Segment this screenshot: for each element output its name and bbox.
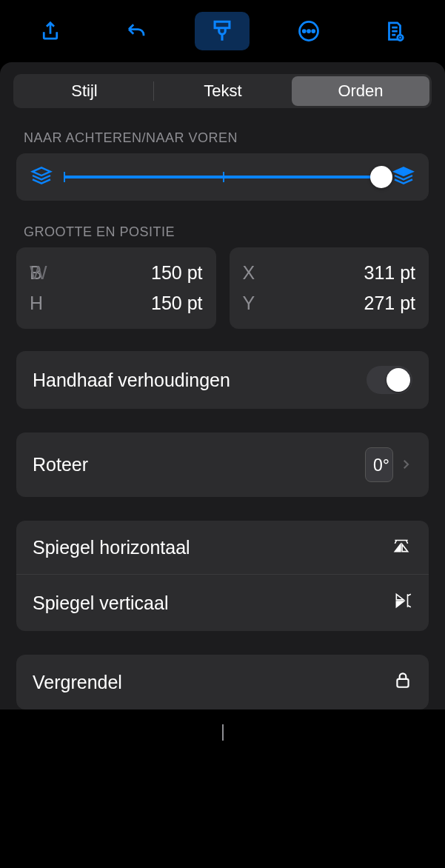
rotate-value-box[interactable]: 0° [365,447,393,482]
svg-point-5 [399,36,401,39]
top-toolbar [0,0,445,61]
flip-vertical-row[interactable]: Spiegel verticaal [16,574,429,631]
layers-front-icon [392,164,415,190]
constrain-switch[interactable] [367,366,412,394]
lock-icon [393,670,412,695]
constrain-row[interactable]: Handhaaf verhoudingen [16,351,429,409]
rotate-value: 0° [373,455,389,475]
flip-card: Spiegel horizontaal Spiegel verticaal [16,521,429,631]
format-tabs: Stijl Tekst Orden [13,74,432,108]
svg-point-3 [312,30,314,33]
svg-point-2 [307,30,310,33]
layer-slider[interactable] [64,176,381,178]
size-card[interactable]: BW 150 pt H 150 pt [16,247,216,329]
flip-horizontal-label: Spiegel horizontaal [33,537,190,558]
document-settings-button[interactable] [367,12,422,50]
x-label: X [243,262,255,284]
lock-row[interactable]: Vergrendel [16,655,429,710]
flip-vertical-label: Spiegel verticaal [33,592,168,614]
width-label: BW [30,262,42,284]
tab-arrange[interactable]: Orden [292,76,429,106]
height-value: 150 pt [151,293,203,314]
svg-point-1 [303,30,305,33]
layer-section-label: NAAR ACHTEREN/NAAR VOREN [24,130,421,146]
size-pos-section-label: GROOTTE EN POSITIE [24,224,421,240]
layer-slider-card [16,153,429,201]
layers-back-icon [30,164,53,190]
tab-style[interactable]: Stijl [16,76,153,106]
format-sheet: Stijl Tekst Orden NAAR ACHTEREN/NAAR VOR… [0,62,445,710]
lock-card: Vergrendel [16,655,429,710]
rotate-card: Roteer 0° [16,433,429,497]
size-pos-grid: BW 150 pt H 150 pt X 311 pt Y 271 pt [16,247,429,329]
slider-thumb[interactable] [370,166,392,188]
constrain-label: Handhaaf verhoudingen [33,370,230,391]
undo-button[interactable] [109,12,164,50]
flip-vertical-icon [393,590,412,616]
share-button[interactable] [23,12,78,50]
flip-horizontal-icon [390,535,412,559]
lock-label: Vergrendel [33,672,122,693]
width-value: 150 pt [151,262,203,284]
constrain-card: Handhaaf verhoudingen [16,351,429,409]
y-label: Y [243,293,255,314]
format-brush-button[interactable] [195,12,250,50]
more-button[interactable] [281,12,336,50]
svg-rect-6 [397,679,408,687]
tab-text[interactable]: Tekst [154,76,292,106]
position-card[interactable]: X 311 pt Y 271 pt [230,247,429,329]
y-value: 271 pt [364,293,415,314]
height-label: H [30,293,43,314]
sheet-handle[interactable] [222,724,224,741]
rotate-label: Roteer [33,454,88,475]
chevron-right-icon [399,454,412,475]
flip-horizontal-row[interactable]: Spiegel horizontaal [16,521,429,574]
rotate-row[interactable]: Roteer 0° [16,433,429,497]
x-value: 311 pt [364,262,415,284]
